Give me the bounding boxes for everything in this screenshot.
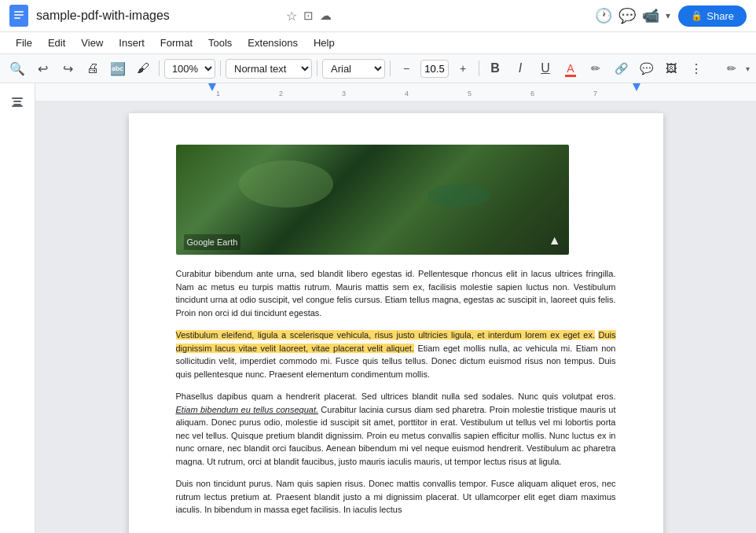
more-options-button[interactable]: ⋮: [685, 57, 707, 79]
bold-button[interactable]: B: [484, 57, 506, 79]
spell-check-button[interactable]: 🔤: [107, 57, 129, 79]
paint-format-button[interactable]: 🖌: [132, 57, 154, 79]
highlight-color-button[interactable]: ✏: [585, 57, 607, 79]
title-icons: ☆ ⊡ ☁: [286, 9, 332, 24]
paragraph-4: Duis non tincidunt purus. Nam quis sapie…: [176, 477, 616, 516]
map-label: Google Earth: [184, 234, 241, 251]
pen-tool-button[interactable]: ✏: [721, 57, 743, 79]
toolbar: 🔍 ↩ ↪ 🖨 🔤 🖌 100% 75% 150% Normal text He…: [0, 54, 756, 83]
underline-button[interactable]: U: [534, 57, 556, 79]
insert-image-button[interactable]: 🖼: [660, 57, 682, 79]
underline-text: Etiam bibendum eu tellus consequat.: [176, 405, 319, 414]
svg-rect-8: [35, 83, 756, 101]
svg-rect-6: [13, 104, 21, 105]
history-icon[interactable]: 🕐: [595, 7, 612, 24]
paragraph-style-select[interactable]: Normal text Heading 1 Heading 2: [226, 59, 312, 79]
svg-text:4: 4: [405, 90, 409, 97]
font-size-input[interactable]: 10.5: [420, 60, 449, 78]
content-area[interactable]: 1 2 3 4 5 6 7 Google Earth ▲ Curabitur b…: [35, 83, 756, 533]
title-bar: sample-pdf-with-images ☆ ⊡ ☁ 🕐 💬 📹 ▾ 🔒 S…: [0, 0, 756, 32]
share-button[interactable]: 🔒 Share: [678, 6, 747, 27]
sidebar: [0, 83, 35, 533]
map-compass: ▲: [549, 231, 561, 250]
svg-text:1: 1: [216, 90, 220, 97]
svg-text:3: 3: [342, 90, 346, 97]
svg-rect-3: [14, 17, 20, 19]
outline-icon[interactable]: [6, 91, 29, 117]
paragraph-highlighted: Vestibulum eleifend, ligula a scelerisqu…: [176, 329, 616, 380]
paragraph-1: Curabitur bibendum ante urna, sed blandi…: [176, 267, 616, 319]
document-title: sample-pdf-with-images: [36, 9, 278, 23]
font-size-decrease-button[interactable]: −: [395, 57, 417, 79]
comments-icon[interactable]: 💬: [618, 7, 636, 24]
svg-text:5: 5: [468, 90, 472, 97]
doc-icon: [9, 5, 28, 27]
menu-file[interactable]: File: [9, 34, 39, 52]
menu-format[interactable]: Format: [154, 34, 199, 52]
font-select[interactable]: Arial Times New Roman Roboto: [322, 59, 385, 79]
highlighted-text-1: Vestibulum eleifend, ligula a scelerisqu…: [176, 330, 595, 340]
toolbar-sep-5: [479, 61, 479, 76]
video-call-icon[interactable]: 📹: [642, 7, 659, 24]
menu-insert[interactable]: Insert: [112, 34, 151, 52]
menu-extensions[interactable]: Extensions: [241, 34, 304, 52]
toolbar-sep-1: [159, 61, 160, 76]
menu-edit[interactable]: Edit: [42, 34, 72, 52]
toolbar-sep-4: [390, 61, 391, 76]
italic-button[interactable]: I: [509, 57, 531, 79]
folder-icon[interactable]: ⊡: [303, 9, 314, 23]
print-button[interactable]: 🖨: [82, 57, 104, 79]
svg-rect-7: [12, 105, 23, 107]
svg-rect-1: [14, 11, 24, 13]
video-dropdown[interactable]: ▾: [666, 10, 670, 21]
redo-button[interactable]: ↪: [57, 57, 79, 79]
text-color-button[interactable]: A: [560, 57, 582, 79]
menu-tools[interactable]: Tools: [202, 34, 238, 52]
svg-rect-2: [14, 14, 24, 16]
toolbar-sep-3: [317, 61, 317, 76]
paragraph-3: Phasellus dapibus quam a hendrerit place…: [176, 390, 616, 468]
ruler: 1 2 3 4 5 6 7: [35, 83, 756, 101]
svg-text:6: 6: [530, 90, 534, 97]
toolbar-sep-2: [220, 61, 221, 76]
main-area: 1 2 3 4 5 6 7 Google Earth ▲ Curabitur b…: [0, 83, 756, 533]
pen-dropdown[interactable]: ▾: [746, 64, 750, 73]
svg-rect-5: [13, 101, 21, 102]
undo-button[interactable]: ↩: [31, 57, 53, 79]
font-size-increase-button[interactable]: +: [452, 57, 474, 79]
search-button[interactable]: 🔍: [6, 57, 28, 79]
document-page: Google Earth ▲ Curabitur bibendum ante u…: [129, 113, 663, 533]
cloud-icon[interactable]: ☁: [320, 9, 332, 23]
add-comment-button[interactable]: 💬: [635, 57, 657, 79]
zoom-select[interactable]: 100% 75% 150%: [164, 59, 215, 79]
svg-rect-4: [12, 97, 23, 99]
map-image: Google Earth ▲: [176, 145, 569, 255]
menu-bar: File Edit View Insert Format Tools Exten…: [0, 32, 756, 54]
paragraph-empty: [176, 526, 616, 534]
svg-text:2: 2: [279, 90, 283, 97]
star-icon[interactable]: ☆: [286, 9, 297, 24]
svg-text:7: 7: [593, 90, 597, 97]
link-button[interactable]: 🔗: [610, 57, 632, 79]
menu-view[interactable]: View: [75, 34, 109, 52]
menu-help[interactable]: Help: [307, 34, 341, 52]
right-toolbar-icons: 🕐 💬 📹 ▾: [595, 7, 670, 24]
